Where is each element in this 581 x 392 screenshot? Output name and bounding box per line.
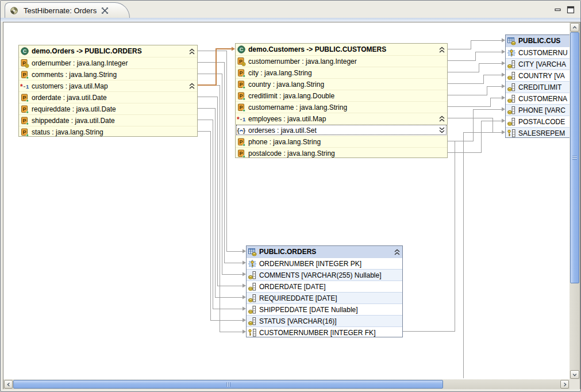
row-requireddate[interactable]: P requireddate : java.util.Date xyxy=(19,103,197,114)
entity-header-demo-customers[interactable]: C demo.Customers -> PUBLIC.CUSTOMERS xyxy=(236,44,447,55)
column-icon xyxy=(507,117,516,126)
table-box-public-orders[interactable]: PUBLIC.ORDERS ORDERNUMBER [INTEGER PK] C… xyxy=(246,245,403,337)
column-label: PHONE [VARC xyxy=(518,106,565,114)
row-customernumber-col[interactable]: CUSTOMERNU xyxy=(506,47,570,58)
row-postalcode[interactable]: P postalcode : java.lang.String xyxy=(236,147,447,158)
horizontal-scrollbar[interactable] xyxy=(3,379,570,389)
row-customernumber[interactable]: P customernumber : java.lang.Integer xyxy=(236,55,447,67)
scroll-right-button[interactable] xyxy=(560,380,569,389)
row-shippeddate[interactable]: P shippeddate : java.util.Date xyxy=(19,114,197,126)
expand-chevron-icon[interactable] xyxy=(438,126,445,134)
close-icon[interactable] xyxy=(101,7,109,14)
svg-text:1: 1 xyxy=(26,83,29,90)
id-property-icon: P xyxy=(20,59,29,68)
diagram-canvas[interactable]: C demo.Orders -> PUBLIC.ORDERS P ordernu… xyxy=(3,22,570,379)
row-orderdate-col[interactable]: ORDERDATE [DATE] xyxy=(247,280,402,292)
svg-text:P: P xyxy=(22,106,26,112)
row-orderses-selected[interactable]: {} orderses : java.util.Set xyxy=(236,124,447,136)
svg-text:P: P xyxy=(22,118,26,124)
row-creditlimit[interactable]: P creditlimit : java.lang.Double xyxy=(236,90,447,101)
scroll-left-button[interactable] xyxy=(4,380,13,389)
row-orderdate[interactable]: P orderdate : java.util.Date xyxy=(19,91,197,103)
scroll-up-button[interactable] xyxy=(570,23,579,32)
row-status-col[interactable]: STATUS [VARCHAR(16)] xyxy=(247,315,402,326)
row-employees[interactable]: *1 employees : java.util.Map xyxy=(236,113,447,124)
collapse-chevron-icon[interactable] xyxy=(438,115,445,122)
column-icon xyxy=(248,305,257,314)
row-status[interactable]: P status : java.lang.String xyxy=(19,126,197,137)
collapse-chevron-icon[interactable] xyxy=(188,48,195,55)
row-shippeddate-col[interactable]: SHIPPEDDATE [DATE Nullable] xyxy=(247,303,402,315)
column-label: REQUIREDDATE [DATE] xyxy=(259,294,337,302)
table-header-public-orders[interactable]: PUBLIC.ORDERS xyxy=(247,246,402,258)
row-city[interactable]: P city : java.lang.String xyxy=(236,67,447,78)
column-icon xyxy=(507,106,516,115)
property-label: comments : java.lang.String xyxy=(32,71,117,79)
property-label: employees : java.util.Map xyxy=(248,115,326,123)
tab-underline-strip xyxy=(1,18,580,22)
row-customers[interactable]: *1 customers : java.util.Map xyxy=(19,80,197,91)
property-icon: P xyxy=(237,137,246,147)
row-customername-col[interactable]: CUSTOMERNA xyxy=(506,93,570,104)
property-label: customername : java.lang.String xyxy=(248,103,347,112)
row-comments-col[interactable]: COMMENTS [VARCHAR(255) Nullable] xyxy=(247,269,402,280)
row-ordernumber[interactable]: P ordernumber : java.lang.Integer xyxy=(19,57,197,68)
column-label: SALESREPEM xyxy=(518,129,565,137)
vertical-scroll-thumb[interactable] xyxy=(570,32,579,283)
many-to-one-icon: *1 xyxy=(237,114,246,124)
property-icon: P xyxy=(237,91,246,101)
entity-title: demo.Customers -> PUBLIC.CUSTOMERS xyxy=(248,45,386,53)
column-icon xyxy=(507,83,516,92)
row-country-col[interactable]: COUNTRY [VA xyxy=(506,70,570,81)
row-city-col[interactable]: CITY [VARCHA xyxy=(506,58,570,70)
maximize-icon[interactable] xyxy=(567,6,575,14)
collapse-chevron-icon[interactable] xyxy=(188,82,195,90)
row-postalcode-col[interactable]: POSTALCODE xyxy=(506,116,570,127)
collapse-chevron-icon[interactable] xyxy=(438,46,445,53)
collapse-chevron-icon[interactable] xyxy=(394,248,401,256)
column-label: CITY [VARCHA xyxy=(518,60,566,68)
property-label: status : java.lang.String xyxy=(32,128,103,136)
property-icon: P xyxy=(20,116,29,125)
row-phone-col[interactable]: PHONE [VARC xyxy=(506,104,570,116)
row-customernumber-fk-col[interactable]: CUSTOMERNUMBER [INTEGER FK] xyxy=(247,326,402,337)
view-controls xyxy=(554,6,575,14)
entity-box-demo-orders[interactable]: C demo.Orders -> PUBLIC.ORDERS P ordernu… xyxy=(18,45,198,137)
svg-text:1: 1 xyxy=(243,116,246,122)
editor-tab[interactable]: TestHibernate: Orders xyxy=(5,2,130,18)
property-label: orderdate : java.util.Date xyxy=(32,94,107,102)
row-creditlimit-col[interactable]: CREDITLIMIT xyxy=(506,81,570,93)
table-title: PUBLIC.ORDERS xyxy=(259,248,316,256)
minimize-icon[interactable] xyxy=(554,6,562,14)
svg-text:P: P xyxy=(239,139,243,145)
row-country[interactable]: P country : java.lang.String xyxy=(236,78,447,90)
row-phone[interactable]: P phone : java.lang.String xyxy=(236,136,447,147)
property-label: ordernumber : java.lang.Integer xyxy=(32,59,128,67)
column-label: COMMENTS [VARCHAR(255) Nullable] xyxy=(259,271,382,279)
entity-header-demo-orders[interactable]: C demo.Orders -> PUBLIC.ORDERS xyxy=(19,45,197,57)
property-label: country : java.lang.String xyxy=(248,80,324,89)
row-comments[interactable]: P comments : java.lang.String xyxy=(19,68,197,80)
table-header-public-customers[interactable]: PUBLIC.CUS xyxy=(506,35,570,47)
svg-text:*: * xyxy=(237,115,240,123)
property-icon: P xyxy=(20,105,29,114)
id-property-icon: P xyxy=(237,57,246,66)
row-ordernumber-col[interactable]: ORDERNUMBER [INTEGER PK] xyxy=(247,258,402,269)
row-salesrep-fk-col[interactable]: SALESREPEM xyxy=(506,127,570,138)
property-icon: P xyxy=(237,68,246,78)
property-icon: P xyxy=(237,80,246,89)
table-box-public-customers[interactable]: PUBLIC.CUS CUSTOMERNU CITY [VARCHA COUNT… xyxy=(505,34,570,138)
row-requireddate-col[interactable]: REQUIREDDATE [DATE] xyxy=(247,292,402,303)
horizontal-scroll-thumb[interactable] xyxy=(13,380,443,389)
column-label: ORDERDATE [DATE] xyxy=(259,283,326,291)
scroll-down-button[interactable] xyxy=(570,370,579,379)
column-icon xyxy=(507,71,516,80)
svg-text:P: P xyxy=(239,105,243,110)
row-customername[interactable]: P customername : java.lang.String xyxy=(236,101,447,113)
table-icon xyxy=(248,247,257,256)
svg-text:P: P xyxy=(239,93,243,99)
vertical-scrollbar[interactable] xyxy=(570,22,580,379)
table-icon xyxy=(507,36,516,45)
entity-box-demo-customers[interactable]: C demo.Customers -> PUBLIC.CUSTOMERS P c… xyxy=(235,43,448,158)
entity-class-icon: C xyxy=(237,45,246,54)
